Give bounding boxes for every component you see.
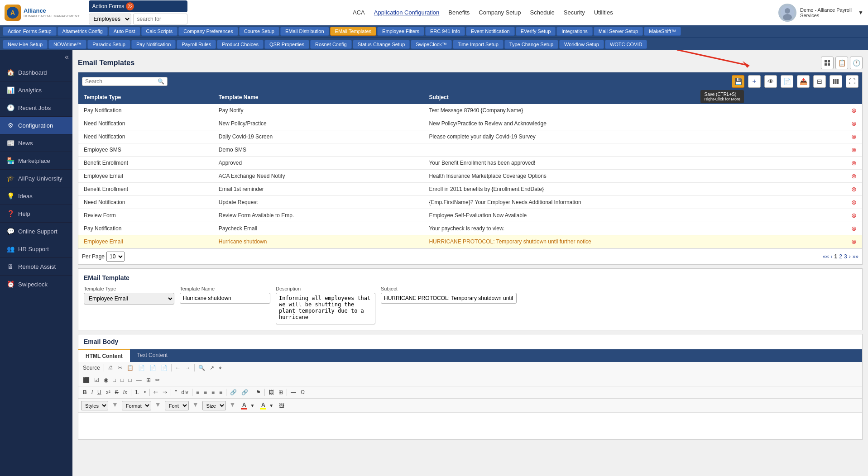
subnav-novatime[interactable]: NOVAtime™ bbox=[48, 40, 86, 49]
page-number-3[interactable]: 3 bbox=[844, 253, 847, 260]
anchor-button[interactable]: ⊞ bbox=[144, 376, 153, 384]
subnav-new-hire-setup[interactable]: New Hire Setup bbox=[3, 40, 48, 49]
delete-row-button[interactable]: ⊗ bbox=[851, 212, 857, 219]
subnav-status-change-setup[interactable]: Status Change Setup bbox=[353, 40, 410, 49]
subnav-type-change-setup[interactable]: Type Change Setup bbox=[504, 40, 558, 49]
prev-page-button[interactable]: ‹ bbox=[831, 253, 833, 260]
show-blocks-button[interactable]: ☑ bbox=[92, 376, 101, 384]
table-row[interactable]: Employee Email ACA Exchange Need Notify … bbox=[78, 170, 862, 183]
subnav-email-distribution[interactable]: EMail Distribution bbox=[280, 27, 329, 36]
subnav-makeshift[interactable]: MakeShift™ bbox=[644, 27, 681, 36]
subnav-mail-server-setup[interactable]: Mail Server Setup bbox=[594, 27, 643, 36]
subnav-swipeclock[interactable]: SwipeClock™ bbox=[411, 40, 451, 49]
edit-tool[interactable]: ✏ bbox=[153, 376, 162, 384]
text-color-button[interactable]: A bbox=[239, 401, 249, 410]
sidebar-item-hr-support[interactable]: 👥 HR Support bbox=[0, 240, 72, 258]
grid-view-button[interactable] bbox=[821, 57, 834, 69]
radio-button-tool[interactable]: ◉ bbox=[102, 376, 110, 384]
subnav-wotc-covid[interactable]: WOTC COVID bbox=[605, 40, 647, 49]
underline-button[interactable]: U bbox=[96, 388, 103, 396]
hr-button[interactable]: — bbox=[289, 388, 298, 396]
first-page-button[interactable]: «« bbox=[823, 253, 829, 260]
redo-button[interactable]: → bbox=[183, 364, 192, 372]
sidebar-item-swipeclock[interactable]: ⏰ Swipeclock bbox=[0, 276, 72, 293]
subnav-action-forms-setup[interactable]: Action Forms Setup bbox=[3, 27, 57, 36]
copy-button[interactable]: 📄 bbox=[781, 75, 793, 88]
link-button[interactable]: 🔗 bbox=[228, 388, 239, 396]
table-row[interactable]: Employee SMS Demo SMS ⊗ bbox=[78, 143, 862, 157]
maximize-button[interactable]: ⬛ bbox=[81, 376, 91, 384]
cut-button[interactable]: ✂ bbox=[116, 364, 124, 372]
block-quote-button[interactable]: " bbox=[173, 388, 178, 396]
page-number-2[interactable]: 2 bbox=[839, 253, 842, 260]
nav-app-config[interactable]: Application Configuration bbox=[374, 9, 440, 16]
subnav-auto-post[interactable]: Auto Post bbox=[109, 27, 140, 36]
subnav-rosnet-config[interactable]: Rosnet Config bbox=[310, 40, 352, 49]
font-select[interactable]: Font bbox=[165, 401, 189, 410]
table-search-input[interactable] bbox=[85, 78, 158, 85]
template-type-select[interactable]: Employee Email Pay Notification Need Not… bbox=[84, 293, 174, 305]
format-select[interactable]: Format bbox=[122, 401, 151, 410]
special-chars-button[interactable]: Ω bbox=[299, 388, 307, 396]
sidebar-item-allpay-university[interactable]: 🎓 AllPay University bbox=[0, 170, 72, 187]
template-name-input[interactable] bbox=[180, 293, 270, 304]
line-tool[interactable]: — bbox=[134, 376, 144, 384]
card-view-button[interactable]: 📋 bbox=[835, 57, 848, 69]
remove-format-button[interactable]: Ix bbox=[121, 388, 129, 396]
delete-row-button[interactable]: ⊗ bbox=[851, 133, 857, 140]
last-page-button[interactable]: »» bbox=[853, 253, 858, 260]
delete-row-button[interactable]: ⊗ bbox=[851, 120, 857, 127]
table-row[interactable]: Need Notification Daily Covid-19 Screen … bbox=[78, 130, 862, 143]
user-dropdown-icon[interactable]: ▼ bbox=[858, 10, 863, 16]
sidebar-item-help[interactable]: ❓ Help bbox=[0, 205, 72, 223]
text-color-dropdown[interactable]: ▼ bbox=[250, 403, 254, 408]
find-button[interactable]: 🔍 bbox=[197, 364, 207, 372]
table-row[interactable]: Pay Notification Pay Notify Test Message… bbox=[78, 104, 862, 117]
undo-button[interactable]: ← bbox=[173, 364, 182, 372]
checkbox-tool[interactable]: □ bbox=[111, 376, 118, 384]
styles-select[interactable]: Styles bbox=[81, 401, 108, 410]
align-right-button[interactable]: ≡ bbox=[210, 388, 216, 396]
top-search-input[interactable] bbox=[133, 14, 187, 24]
bold-button[interactable]: B bbox=[81, 388, 89, 396]
columns-button[interactable] bbox=[830, 75, 842, 88]
history-button[interactable]: 🕐 bbox=[850, 57, 863, 69]
tab-html-content[interactable]: HTML Content bbox=[78, 349, 130, 362]
nav-benefits[interactable]: Benefits bbox=[448, 9, 470, 16]
insert-image-small-button[interactable]: 🖼 bbox=[277, 401, 286, 410]
subnav-integrations[interactable]: Integrations bbox=[556, 27, 592, 36]
nav-schedule[interactable]: Schedule bbox=[530, 9, 555, 16]
nav-utilities[interactable]: Utilities bbox=[594, 9, 613, 16]
table-row[interactable]: Pay Notification Paycheck Email Your pay… bbox=[78, 222, 862, 235]
subnav-payroll-rules[interactable]: Payroll Rules bbox=[177, 40, 216, 49]
delete-row-button[interactable]: ⊗ bbox=[851, 146, 857, 153]
subnav-course-setup[interactable]: Course Setup bbox=[239, 27, 279, 36]
nav-security[interactable]: Security bbox=[564, 9, 585, 16]
delete-row-button[interactable]: ⊗ bbox=[851, 225, 857, 232]
bg-color-dropdown[interactable]: ▼ bbox=[269, 403, 273, 408]
subnav-qsr-properties[interactable]: QSR Properties bbox=[264, 40, 309, 49]
delete-row-button[interactable]: ⊗ bbox=[851, 172, 857, 180]
sidebar-item-marketplace[interactable]: 🏪 Marketplace bbox=[0, 152, 72, 170]
subnav-company-preferences[interactable]: Company Preferences bbox=[178, 27, 238, 36]
strikethrough-button[interactable]: S bbox=[113, 388, 120, 396]
delete-row-button[interactable]: ⊗ bbox=[851, 107, 857, 114]
subnav-pay-notification[interactable]: Pay Notification bbox=[131, 40, 176, 49]
action-forms-button[interactable]: Action Forms 22 bbox=[89, 0, 187, 12]
subnav-employee-filters[interactable]: Employee Filters bbox=[377, 27, 424, 36]
table-row-selected[interactable]: Employee Email Hurricane shutdown HURRIC… bbox=[78, 235, 862, 248]
sidebar-item-remote-assist[interactable]: 🖥 Remote Assist bbox=[0, 258, 72, 276]
source-button[interactable]: Source bbox=[81, 364, 102, 372]
tab-text-content[interactable]: Text Content bbox=[130, 349, 175, 362]
nav-company-setup[interactable]: Company Setup bbox=[479, 9, 521, 16]
table-row[interactable]: Benefit Enrollment Approved Your Benefit… bbox=[78, 157, 862, 170]
bg-color-button[interactable]: A bbox=[258, 401, 268, 410]
unordered-list-button[interactable]: • bbox=[142, 388, 148, 396]
delete-row-button[interactable]: ⊗ bbox=[851, 199, 857, 206]
collapse-icon[interactable]: « bbox=[65, 53, 69, 61]
editor-content-area[interactable] bbox=[78, 412, 862, 439]
add-row-button[interactable]: + bbox=[748, 75, 761, 88]
subnav-event-notification[interactable]: Event Notification bbox=[466, 27, 515, 36]
rect-tool[interactable]: □ bbox=[127, 376, 134, 384]
print-button[interactable]: 🖨 bbox=[106, 364, 115, 372]
